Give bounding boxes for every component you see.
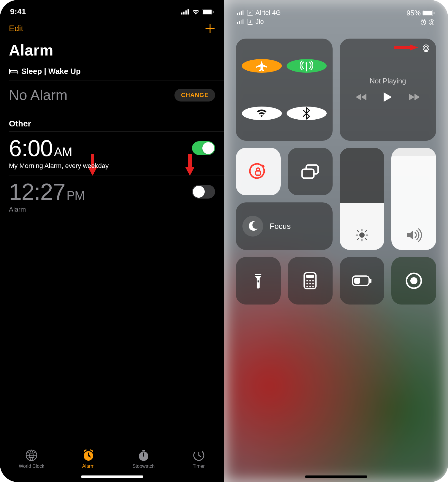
change-button[interactable]: CHANGE [174,89,215,102]
svg-point-39 [306,283,308,285]
media-tile[interactable]: Not Playing [340,39,436,141]
brightness-icon [355,228,369,242]
status-bar: 9:41 [0,0,224,18]
stopwatch-icon [137,449,150,462]
svg-rect-6 [213,11,214,13]
svg-rect-35 [306,275,314,278]
connectivity-tile[interactable] [236,39,333,141]
home-indicator[interactable] [81,475,143,478]
orientation-lock-icon [249,162,268,181]
calculator-button[interactable] [288,257,333,305]
svg-rect-13 [239,12,240,15]
focus-button[interactable]: Focus [236,202,333,250]
svg-rect-14 [241,11,242,15]
svg-rect-21 [423,11,433,15]
tab-world-clock[interactable]: World Clock [19,449,44,469]
alarm-label: My Morning Alarm, every weekday [9,162,215,170]
carrier-row: A Airtel 4G [237,9,281,17]
next-track-button[interactable] [408,93,420,102]
volume-slider[interactable] [391,148,436,250]
svg-rect-1 [183,12,185,15]
svg-rect-47 [354,278,360,284]
svg-rect-46 [370,279,371,283]
annotation-arrow-icon [393,44,420,51]
edit-button[interactable]: Edit [9,24,23,33]
signal-icon [237,10,245,15]
airplay-icon[interactable] [421,44,431,53]
alarm-icon [82,449,95,462]
sim-indicator: A [247,10,253,16]
battery-status: 95% [406,9,435,17]
airplane-mode-toggle[interactable] [242,59,282,73]
alarm-row[interactable]: 12:27PM Alarm [0,175,224,219]
svg-rect-15 [242,10,244,15]
flashlight-button[interactable] [236,257,281,305]
add-alarm-button[interactable] [205,23,215,34]
status-right: 95% [406,9,435,26]
signal-icon [237,19,245,24]
svg-rect-22 [434,12,435,14]
svg-point-41 [312,283,314,285]
tab-label: Stopwatch [132,464,155,469]
other-section-header: Other [0,110,224,131]
sleep-header-label: Sleep | Wake Up [21,67,81,76]
status-time: 9:41 [10,7,26,16]
status-indicators [181,9,214,15]
phone-control-center: A Airtel 4G J Jio 95% [224,0,448,482]
sleep-section-header: Sleep | Wake Up [0,64,224,80]
low-power-icon [352,275,372,286]
tab-label: World Clock [19,464,44,469]
tab-stopwatch[interactable]: Stopwatch [132,449,155,469]
screen-record-button[interactable] [391,257,436,305]
svg-point-26 [306,62,307,64]
svg-rect-29 [256,171,260,175]
calculator-icon [303,272,317,290]
media-title: Not Playing [370,77,406,85]
nav-bar: Edit [0,18,224,36]
wifi-icon [255,107,269,120]
svg-point-27 [425,46,428,49]
screenshot-container: 9:41 Edit Alarm [0,0,448,482]
sleep-alarm-row: No Alarm CHANGE [0,80,224,110]
alarm-time: 12:27PM [9,180,85,203]
svg-point-24 [428,19,435,26]
cellular-data-toggle[interactable] [287,59,327,73]
low-power-button[interactable] [340,257,385,305]
alarm-row[interactable]: 6:00AM My Morning Alarm, every weekday [0,132,224,175]
play-button[interactable] [383,92,393,102]
tab-timer[interactable]: Timer [192,449,205,469]
tab-alarm[interactable]: Alarm [82,449,95,469]
no-alarm-label: No Alarm [9,87,67,103]
svg-rect-2 [185,10,187,15]
screen-mirroring-button[interactable] [288,148,333,195]
svg-rect-12 [237,13,238,15]
wifi-toggle[interactable] [242,107,282,120]
brightness-slider[interactable] [340,148,385,250]
bluetooth-toggle[interactable] [287,107,327,120]
previous-track-button[interactable] [356,93,368,102]
svg-point-49 [410,277,417,284]
svg-rect-17 [239,21,240,24]
orientation-lock-toggle[interactable] [236,148,281,195]
svg-point-32 [359,232,365,238]
page-title: Alarm [0,36,224,64]
svg-point-40 [309,283,311,285]
alarm-toggle[interactable] [192,141,215,155]
timer-icon [192,449,205,462]
control-center-tiles: Not Playing [236,39,436,305]
screen-mirroring-icon [300,163,320,180]
phone-clock-app: 9:41 Edit Alarm [0,0,224,482]
carrier-name: Jio [255,18,264,26]
moon-icon [242,216,263,237]
battery-percent: 95% [406,9,421,17]
svg-rect-0 [181,12,182,15]
alarm-toggle[interactable] [192,185,215,199]
svg-rect-18 [241,20,242,24]
svg-point-36 [306,280,308,282]
svg-point-38 [312,280,314,282]
flashlight-icon [253,272,263,290]
svg-rect-25 [431,22,433,23]
alarm-time: 6:00AM [9,137,72,160]
focus-label: Focus [270,222,291,231]
globe-icon [25,449,38,462]
